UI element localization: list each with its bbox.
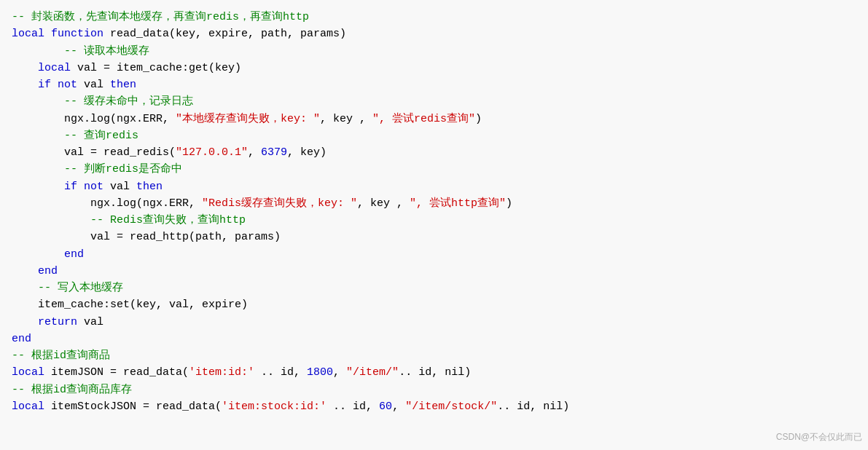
code-line: -- 根据id查询商品: [12, 350, 110, 362]
code-token: ,: [392, 400, 405, 413]
code-token: ", 尝试redis查询": [372, 113, 475, 125]
code-token: [12, 62, 38, 74]
code-token: end: [12, 333, 31, 345]
watermark: CSDN@不会仅此而已: [776, 430, 862, 444]
code-token: itemStockJSON = read_data(: [51, 400, 222, 413]
code-line: -- 写入本地缓存: [12, 282, 123, 294]
code-token: itemJSON = read_data(: [51, 366, 189, 379]
code-token: ): [475, 113, 482, 125]
code-token: "/item/": [346, 366, 399, 379]
code-token: "/item/stock/": [405, 400, 497, 413]
code-token: if: [12, 79, 58, 91]
code-line: -- 判断redis是否命中: [12, 163, 182, 175]
code-token: ): [506, 197, 512, 210]
code-token: local: [12, 400, 51, 413]
code-token: 6379: [261, 146, 287, 159]
code-line: -- Redis查询失败，查询http: [12, 214, 246, 226]
code-token: end: [12, 265, 58, 277]
code-token: "本地缓存查询失败，key: ": [176, 113, 320, 125]
code-token: , key): [287, 146, 327, 159]
code-token: ngx.log(ngx.ERR,: [12, 197, 202, 210]
code-token: then: [136, 181, 163, 193]
code-token: 'item:id:': [189, 366, 254, 379]
code-token: if: [12, 181, 84, 193]
code-token: , key ,: [357, 197, 410, 210]
code-token: ,: [248, 146, 261, 159]
code-token: not: [58, 79, 84, 91]
code-line: -- 封装函数，先查询本地缓存，再查询redis，再查询http: [12, 11, 309, 23]
code-token: val: [84, 79, 110, 91]
code-line: -- 根据id查询商品库存: [12, 384, 132, 396]
code-token: "127.0.0.1": [176, 146, 248, 159]
code-token: function: [51, 28, 110, 40]
code-token: local: [38, 62, 77, 74]
code-container: -- 封装函数，先查询本地缓存，再查询redis，再查询http local f…: [0, 0, 868, 450]
code-token: .. id, nil): [399, 366, 471, 379]
code-block: -- 封装函数，先查询本地缓存，再查询redis，再查询http local f…: [12, 9, 856, 415]
code-token: return: [12, 316, 84, 328]
code-token: .. id, nil): [497, 400, 569, 413]
code-token: item_cache:set(key, val, expire): [12, 299, 248, 311]
code-token: val = item_cache:get(key): [77, 62, 241, 74]
code-token: end: [12, 248, 84, 261]
code-token: ngx.log(ngx.ERR,: [12, 113, 176, 125]
code-token: .. id,: [254, 366, 307, 379]
code-token: ,: [333, 366, 346, 379]
code-token: then: [110, 79, 136, 91]
code-token: local: [12, 366, 51, 379]
code-line: -- 查询redis: [12, 130, 138, 142]
code-line: -- 读取本地缓存: [12, 45, 149, 58]
code-token: , key ,: [320, 113, 372, 125]
code-token: not: [84, 181, 110, 193]
code-token: local: [12, 28, 51, 40]
code-token: .. id,: [327, 400, 379, 413]
code-token: "Redis缓存查询失败，key: ": [202, 197, 357, 210]
code-line: -- 缓存未命中，记录日志: [12, 95, 193, 108]
code-token: read_data(key, expire, path, params): [110, 28, 346, 40]
code-token: val: [110, 181, 136, 193]
code-token: 'item:stock:id:': [222, 400, 327, 413]
code-token: ", 尝试http查询": [410, 197, 506, 210]
code-token: val = read_redis(: [12, 146, 176, 159]
code-token: val = read_http(path, params): [12, 231, 281, 243]
code-token: 60: [379, 400, 392, 413]
code-token: 1800: [307, 366, 333, 379]
code-token: val: [84, 316, 103, 328]
